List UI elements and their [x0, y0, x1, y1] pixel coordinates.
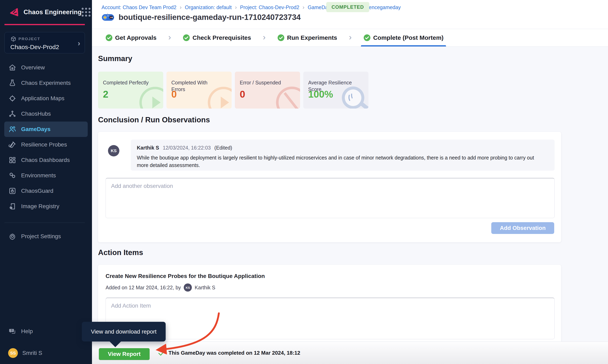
add-action-item-input[interactable] — [106, 298, 555, 339]
svg-text:?: ? — [11, 329, 13, 332]
sidebar-item-help[interactable]: ? Help — [0, 324, 92, 339]
card-completed-with-errors: Completed With Errors 0 — [166, 72, 232, 109]
breadcrumb-project-link[interactable]: Project: Chaos-Dev-Prod2 — [240, 4, 299, 10]
flask-icon — [8, 79, 17, 87]
app-switcher-icon[interactable] — [82, 8, 91, 17]
page-title: boutique-resilience-gameday-run-17102407… — [119, 13, 301, 22]
harness-logo-icon — [8, 6, 20, 18]
sidebar-item-label: ChaosHubs — [21, 111, 51, 117]
tab-label: Get Approvals — [115, 34, 157, 41]
summary-cards: Completed Perfectly 2 Completed With Err… — [98, 72, 369, 109]
sidebar-divider — [4, 222, 85, 223]
lock-shield-icon — [8, 187, 17, 195]
play-circle-watermark-icon — [138, 85, 163, 109]
tab-run-experiments[interactable]: Run Experiments — [275, 29, 340, 46]
sidebar-item-label: GameDays — [21, 126, 51, 132]
footer-bar: View Report This GameDay was completed o… — [92, 341, 608, 364]
sidebar-item-chaos-dashboards[interactable]: Chaos Dashboards — [0, 152, 92, 168]
sidebar-item-application-maps[interactable]: Application Maps — [0, 91, 92, 106]
sidebar-item-label: Project Settings — [21, 233, 61, 240]
title-row: boutique-resilience-gameday-run-17102407… — [102, 13, 301, 22]
card-value: 100% — [308, 89, 333, 100]
action-item-meta: Added on 12 Mar 2024, 16:22, by KS Karth… — [106, 284, 215, 292]
user-menu[interactable]: SS Smriti S — [0, 345, 92, 361]
cube-icon — [10, 36, 16, 42]
breadcrumb-organization-link[interactable]: Organization: default — [185, 4, 232, 10]
card-error-suspended: Error / Suspended 0 — [235, 72, 300, 109]
home-icon — [8, 63, 17, 72]
action-author-name: Karthik S — [195, 285, 215, 291]
sidebar-item-project-settings[interactable]: Project Settings — [0, 229, 92, 244]
app-title: Chaos Engineering — [24, 9, 82, 16]
sidebar-item-label: Overview — [21, 64, 45, 71]
status-badge: COMPLETED — [326, 2, 369, 12]
view-report-tooltip: View and download report — [82, 322, 166, 341]
comment-edited-flag: (Edited) — [214, 145, 232, 151]
gear-icon — [8, 232, 17, 241]
sidebar-item-image-registry[interactable]: Image Registry — [0, 199, 92, 214]
check-circle-icon — [277, 34, 285, 41]
card-average-resilience-score: Average Resilience Score 100% — [303, 72, 369, 109]
test-tube-icon — [8, 140, 17, 149]
sidebar-item-label: Help — [21, 328, 33, 335]
tab-get-approvals[interactable]: Get Approvals — [103, 29, 159, 46]
sidebar-item-gamedays[interactable]: GameDays — [4, 121, 88, 137]
user-avatar: SS — [8, 348, 18, 358]
add-observation-input[interactable] — [106, 178, 555, 218]
breadcrumb-account-link[interactable]: Account: Chaos Dev Team Prod2 — [102, 4, 176, 10]
observations-panel: KS Karthik S 12/03/2024, 16:22:03 (Edite… — [98, 132, 561, 242]
action-items-heading: Action Items — [98, 248, 143, 257]
tab-label: Complete (Post Mortem) — [373, 34, 444, 41]
gameday-run-page: Chaos Engineering PROJECT Chaos-Dev-Prod… — [0, 0, 608, 364]
comment-text: While the boutique app deployment is lar… — [137, 154, 547, 169]
sidebar-item-overview[interactable]: Overview — [0, 60, 92, 75]
sidebar-item-label: Resilience Probes — [21, 142, 67, 148]
accent-divider — [4, 24, 85, 25]
help-chat-icon: ? — [8, 327, 17, 336]
sidebar-item-environments[interactable]: Environments — [0, 168, 92, 183]
comment-timestamp: 12/03/2024, 16:22:03 — [163, 145, 211, 151]
breadcrumb-separator: › — [303, 4, 304, 11]
view-report-button[interactable]: View Report — [99, 348, 150, 360]
action-author-avatar: KS — [184, 284, 192, 292]
card-label: Completed Perfectly — [103, 79, 154, 86]
card-label: Completed With Errors — [171, 79, 222, 93]
sidebar-item-label: Chaos Dashboards — [21, 157, 70, 163]
add-observation-button[interactable]: Add Observation — [491, 222, 554, 234]
chevron-right-icon: › — [168, 33, 171, 43]
check-icon — [158, 349, 165, 357]
card-value: 0 — [171, 89, 177, 100]
registry-doc-gear-icon — [8, 202, 17, 211]
comment-author-avatar: KS — [108, 145, 119, 156]
sidebar-item-label: Chaos Experiments — [21, 80, 71, 86]
sidebar-item-label: ChaosGuard — [21, 188, 53, 194]
sidebar: Chaos Engineering PROJECT Chaos-Dev-Prod… — [0, 0, 92, 364]
tab-label: Check Prerequisites — [192, 34, 251, 41]
sidebar-item-label: Application Maps — [21, 95, 64, 102]
card-label: Error / Suspended — [240, 79, 291, 86]
chevron-right-icon: › — [349, 33, 352, 43]
target-icon — [8, 94, 17, 103]
summary-heading: Summary — [98, 54, 132, 63]
project-name: Chaos-Dev-Prod2 — [10, 44, 80, 51]
dashboard-icon — [8, 156, 17, 164]
observation-comment: Karthik S 12/03/2024, 16:22:03 (Edited) … — [131, 140, 555, 171]
sidebar-item-chaos-experiments[interactable]: Chaos Experiments — [0, 75, 92, 91]
main-content: Summary Completed Perfectly 2 Completed … — [92, 47, 608, 364]
suspended-watermark-icon — [274, 84, 300, 109]
sidebar-item-chaoshubs[interactable]: ChaosHubs — [0, 106, 92, 121]
sidebar-item-resilience-probes[interactable]: Resilience Probes — [0, 137, 92, 152]
project-selector[interactable]: PROJECT Chaos-Dev-Prod2 › — [4, 32, 85, 53]
tab-complete-post-mortem[interactable]: Complete (Post Mortem) — [360, 29, 446, 46]
card-completed-perfectly: Completed Perfectly 2 — [98, 72, 163, 109]
run-stepper: Get Approvals › Check Prerequisites › Ru… — [92, 29, 608, 47]
completed-message-text: This GameDay was completed on 12 Mar 202… — [169, 350, 300, 356]
network-nodes-icon — [8, 110, 17, 118]
completed-message: This GameDay was completed on 12 Mar 202… — [158, 342, 300, 364]
sidebar-item-chaosguard[interactable]: ChaosGuard — [0, 183, 92, 199]
action-item-title: Create New Resilience Probes for the Bou… — [106, 273, 265, 279]
tab-label: Run Experiments — [287, 34, 337, 41]
breadcrumb-separator: › — [235, 4, 237, 11]
tab-check-prerequisites[interactable]: Check Prerequisites — [180, 29, 254, 46]
chevron-right-icon: › — [263, 33, 265, 43]
